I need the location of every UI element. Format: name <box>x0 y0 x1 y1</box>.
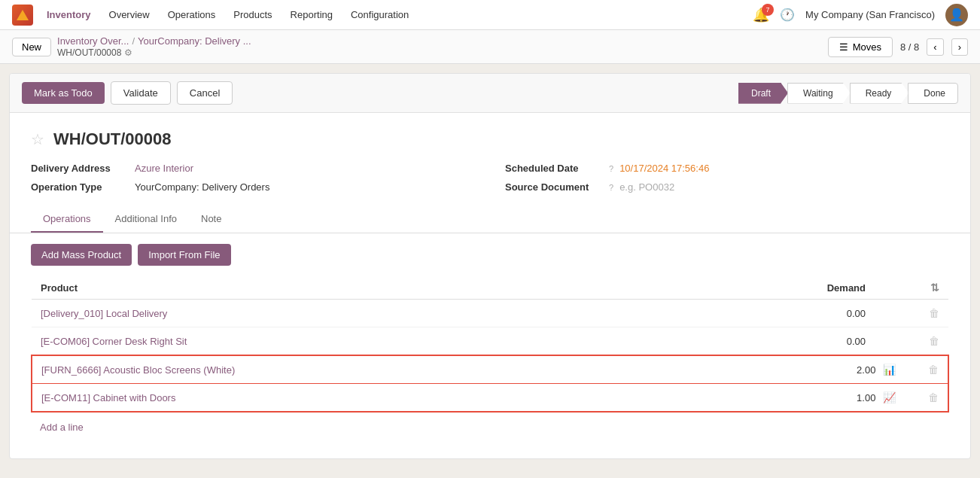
demand-cell: 2.00 📊 <box>644 355 911 384</box>
product-link[interactable]: [Delivery_010] Local Delivery <box>41 308 167 319</box>
actions-cell: 🗑 <box>911 300 948 327</box>
tab-action-bar: Add Mass Product Import From File <box>31 244 949 266</box>
nav-operations[interactable]: Operations <box>160 3 224 26</box>
clock-icon[interactable]: 🕐 <box>780 8 795 22</box>
demand-cell: 0.00 <box>644 327 911 356</box>
hamburger-icon: ☰ <box>839 41 848 53</box>
tab-note[interactable]: Note <box>189 206 233 233</box>
product-link[interactable]: [E-COM11] Cabinet with Doors <box>41 392 175 403</box>
products-table: Product Demand ⇅ [Delivery_010] Local De… <box>31 276 949 413</box>
app-logo[interactable] <box>12 5 33 26</box>
form-title: WH/OUT/00008 <box>53 129 172 149</box>
tab-content-operations: Add Mass Product Import From File Produc… <box>31 233 949 442</box>
chart-icon-teal[interactable]: 📈 <box>883 391 896 403</box>
avatar[interactable]: 👤 <box>945 4 968 26</box>
next-page-button[interactable]: › <box>951 38 968 56</box>
add-mass-product-button[interactable]: Add Mass Product <box>31 244 132 266</box>
col-demand: Demand <box>644 276 911 300</box>
delivery-address-value[interactable]: Azure Interior <box>135 163 193 174</box>
col-product: Product <box>32 276 644 300</box>
product-cell: [E-COM11] Cabinet with Doors <box>32 384 644 413</box>
product-link[interactable]: [FURN_6666] Acoustic Bloc Screens (White… <box>41 364 235 376</box>
action-bar: Mark as Todo Validate Cancel Draft Waiti… <box>10 74 970 113</box>
demand-cell: 0.00 <box>644 300 911 327</box>
notification-bell[interactable]: 🔔 7 <box>753 7 769 23</box>
delete-icon[interactable]: 🗑 <box>928 391 939 403</box>
title-row: ☆ WH/OUT/00008 <box>31 129 949 149</box>
demand-cell: 1.00 📈 <box>644 384 911 413</box>
delivery-address-field: Delivery Address Azure Interior <box>31 163 475 174</box>
moves-button[interactable]: ☰ Moves <box>828 37 893 57</box>
breadcrumb-link2[interactable]: YourCompany: Delivery ... <box>138 35 251 47</box>
new-button[interactable]: New <box>12 38 51 56</box>
settings-icon[interactable]: ⇅ <box>930 282 939 294</box>
scheduled-date-field: Scheduled Date ? 10/17/2024 17:56:46 <box>505 163 949 174</box>
form-area: ☆ WH/OUT/00008 Delivery Address Azure In… <box>10 113 970 458</box>
product-cell: [FURN_6666] Acoustic Bloc Screens (White… <box>32 355 644 384</box>
import-from-file-button[interactable]: Import From File <box>138 244 230 266</box>
tab-additional-info[interactable]: Additional Info <box>103 206 189 233</box>
table-row: [Delivery_010] Local Delivery 0.00 🗑 <box>32 300 948 327</box>
breadcrumb-current: WH/OUT/00008 <box>57 47 121 58</box>
help-icon-source[interactable]: ? <box>609 183 613 192</box>
nav-overview[interactable]: Overview <box>102 3 157 26</box>
prev-page-button[interactable]: ‹ <box>927 38 943 56</box>
add-line-link[interactable]: Add a line <box>31 416 93 439</box>
actions-cell: 🗑 <box>911 384 948 413</box>
company-name[interactable]: My Company (San Francisco) <box>805 9 935 20</box>
delivery-address-label: Delivery Address <box>31 163 129 174</box>
actions-cell: 🗑 <box>911 327 948 356</box>
product-link[interactable]: [E-COM06] Corner Desk Right Sit <box>41 336 187 347</box>
cancel-button[interactable]: Cancel <box>177 81 233 105</box>
tab-operations[interactable]: Operations <box>31 206 103 233</box>
status-ready[interactable]: Ready <box>850 83 909 104</box>
breadcrumb-sep: / <box>132 35 135 47</box>
tabs: Operations Additional Info Note <box>10 206 970 233</box>
scheduled-date-value[interactable]: 10/17/2024 17:56:46 <box>619 163 709 174</box>
delete-icon[interactable]: 🗑 <box>929 307 939 319</box>
notif-badge: 7 <box>762 4 774 16</box>
breadcrumb-link1[interactable]: Inventory Over... <box>57 35 129 47</box>
nav-inventory[interactable]: Inventory <box>39 3 99 26</box>
delete-icon[interactable]: 🗑 <box>929 335 939 347</box>
topnav: Inventory Overview Operations Products R… <box>0 0 980 30</box>
validate-button[interactable]: Validate <box>111 81 171 105</box>
col-settings[interactable]: ⇅ <box>911 276 948 300</box>
mark-todo-button[interactable]: Mark as Todo <box>22 82 105 104</box>
source-document-field: Source Document ? e.g. PO0032 <box>505 181 949 193</box>
product-cell: [Delivery_010] Local Delivery <box>32 300 644 327</box>
table-row: [E-COM06] Corner Desk Right Sit 0.00 🗑 <box>32 327 948 356</box>
nav-products[interactable]: Products <box>226 3 279 26</box>
delete-icon[interactable]: 🗑 <box>928 364 939 376</box>
source-document-label: Source Document <box>505 181 603 193</box>
main-content: Mark as Todo Validate Cancel Draft Waiti… <box>9 73 971 459</box>
help-icon-scheduled[interactable]: ? <box>609 164 613 173</box>
source-document-placeholder[interactable]: e.g. PO0032 <box>619 181 674 193</box>
chart-icon-red[interactable]: 📊 <box>883 364 896 376</box>
product-cell: [E-COM06] Corner Desk Right Sit <box>32 327 644 356</box>
favorite-star-icon[interactable]: ☆ <box>31 130 44 148</box>
status-draft[interactable]: Draft <box>738 83 788 104</box>
pagination-info: 8 / 8 <box>900 41 919 53</box>
breadcrumb-bar: New Inventory Over... / YourCompany: Del… <box>0 30 980 64</box>
table-row-highlighted: [FURN_6666] Acoustic Bloc Screens (White… <box>32 355 948 384</box>
nav-reporting[interactable]: Reporting <box>283 3 340 26</box>
nav-configuration[interactable]: Configuration <box>343 3 416 26</box>
operation-type-field: Operation Type YourCompany: Delivery Ord… <box>31 181 475 193</box>
actions-cell: 🗑 <box>911 355 948 384</box>
operation-type-label: Operation Type <box>31 181 129 193</box>
scheduled-date-label: Scheduled Date <box>505 163 603 174</box>
status-done[interactable]: Done <box>908 83 958 104</box>
operation-type-value[interactable]: YourCompany: Delivery Orders <box>135 181 269 193</box>
gear-icon[interactable]: ⚙ <box>124 47 132 58</box>
table-row-highlighted: [E-COM11] Cabinet with Doors 1.00 📈 🗑 <box>32 384 948 413</box>
status-waiting[interactable]: Waiting <box>787 83 851 104</box>
